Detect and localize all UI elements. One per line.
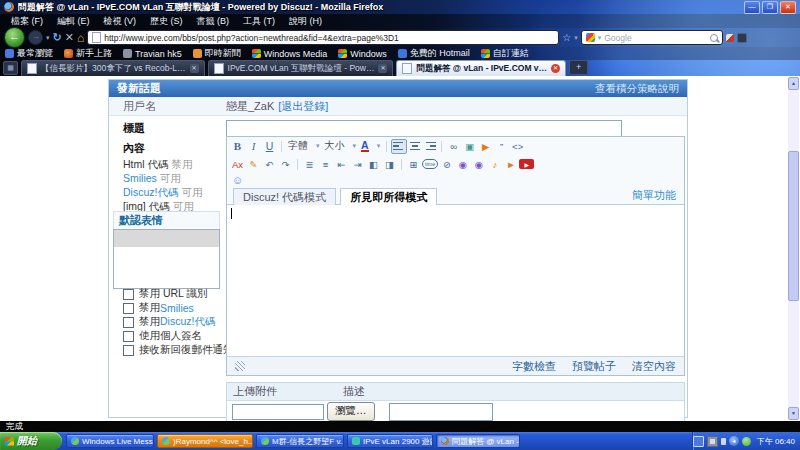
checkbox-icon[interactable]	[123, 317, 134, 328]
unordered-list-icon[interactable]: ≡	[318, 157, 333, 171]
logout-link[interactable]: [退出登錄]	[278, 99, 328, 114]
language-bar-icon[interactable]: ◂	[729, 436, 739, 446]
insert-media-icon[interactable]: ◉	[455, 157, 470, 171]
insert-time-icon[interactable]: time	[422, 159, 438, 169]
smiley-icon[interactable]: ☺	[230, 173, 245, 187]
option-use-signature[interactable]: 使用個人簽名	[123, 330, 202, 342]
ordered-list-icon[interactable]: ≣	[302, 157, 317, 171]
minimize-button[interactable]: —	[744, 1, 760, 14]
taskbar-button-firefox-active[interactable]: 問題解答 @ vLan - I...	[436, 434, 520, 448]
search-icon[interactable]	[710, 34, 718, 42]
device-icon[interactable]	[721, 438, 726, 445]
scrollbar-thumb[interactable]	[788, 151, 799, 301]
back-button[interactable]: ←	[4, 27, 25, 48]
checkbox-icon[interactable]	[123, 345, 134, 356]
option-disable-discuzcode[interactable]: 禁用 Discuz!代碼	[123, 316, 215, 328]
bookmark-most-visited[interactable]: 最常瀏覽	[5, 47, 53, 60]
insert-youtube-icon[interactable]: ▶	[519, 159, 534, 169]
insert-video-icon[interactable]: ►	[503, 157, 518, 171]
taskbar-button-messenger[interactable]: Windows Live Messen...	[66, 434, 154, 448]
list-tabs-button[interactable]: ▦	[3, 61, 18, 75]
option-disable-smilies[interactable]: 禁用 Smilies	[123, 302, 194, 314]
bookmark-hotmail[interactable]: 免費的 Hotmail	[398, 47, 470, 60]
menu-bookmarks[interactable]: 書籤 (B)	[190, 15, 237, 28]
insert-table-icon[interactable]: ⊞	[406, 157, 421, 171]
insert-flash-icon[interactable]: ▶	[478, 139, 493, 153]
tab-1[interactable]: 【信長影片】300拿下了 vs Recob-L… ✕	[21, 60, 205, 76]
smilies-listbox[interactable]	[113, 229, 220, 289]
menu-file[interactable]: 檔案 (F)	[4, 15, 50, 28]
checkbox-icon[interactable]	[123, 331, 134, 342]
simple-mode-link[interactable]: 簡單功能	[632, 188, 676, 203]
remove-format-icon[interactable]: Ax	[230, 157, 245, 171]
tab-discuz-code-mode[interactable]: Discuz! 代碼模式	[233, 188, 336, 205]
bookmark-windows-media[interactable]: Windows Media	[252, 49, 328, 59]
menu-view[interactable]: 檢視 (V)	[97, 15, 144, 28]
insert-quote-icon[interactable]: ”	[494, 139, 509, 153]
bookmark-getting-started[interactable]: 新手上路	[64, 47, 112, 60]
no-parse-icon[interactable]: ⊘	[439, 157, 454, 171]
restore-button[interactable]: ❐	[762, 1, 778, 14]
menu-history[interactable]: 歷史 (S)	[143, 15, 190, 28]
insert-media2-icon[interactable]: ◉	[471, 157, 486, 171]
message-textarea[interactable]	[227, 205, 684, 356]
description-input[interactable]	[389, 403, 493, 421]
bookmark-custom-links[interactable]: 自訂連結	[481, 47, 529, 60]
home-button[interactable]: ⌂	[77, 31, 84, 45]
search-input[interactable]: Google	[604, 33, 706, 43]
clear-content-link[interactable]: 清空內容	[632, 359, 676, 374]
italic-button[interactable]: I	[246, 139, 261, 153]
tab-wysiwyg-mode[interactable]: 所見即所得模式	[340, 188, 437, 205]
align-left-button[interactable]	[391, 139, 407, 154]
redo-icon[interactable]: ↷	[278, 157, 293, 171]
bookmark-travian[interactable]: Travian hk5	[123, 49, 182, 59]
search-engine-dropdown-icon[interactable]: ▾	[598, 34, 602, 42]
extension-icon[interactable]	[726, 34, 734, 42]
underline-button[interactable]: U	[262, 139, 277, 153]
smilies-category-header[interactable]: 默認表情	[113, 211, 220, 229]
taskbar-button-group-chat[interactable]: M群-信長之野望F v...	[256, 434, 344, 448]
forward-button[interactable]: →	[28, 30, 43, 45]
file-input[interactable]	[232, 404, 324, 420]
scroll-down-button[interactable]: ▼	[788, 407, 799, 420]
smilies-selected-row[interactable]	[114, 230, 219, 247]
taskbar-button-game[interactable]: IPvE vLan 2900 遊戲...	[347, 434, 433, 448]
url-text[interactable]: http://www.ipve.com/bbs/post.php?action=…	[104, 33, 399, 43]
taskbar-button-chat-alert[interactable]: )Raymond^^ <love_h...	[157, 434, 253, 448]
start-button[interactable]: 開始	[0, 432, 62, 450]
insert-code-icon[interactable]: <>	[510, 139, 525, 153]
credits-policy-link[interactable]: 查看積分策略說明	[595, 82, 679, 96]
subject-input[interactable]	[226, 120, 622, 137]
browse-button[interactable]: 瀏覽…	[327, 402, 375, 421]
stop-button[interactable]: ✕	[65, 31, 74, 44]
checkbox-icon[interactable]	[123, 289, 134, 300]
tab-close-icon[interactable]: ✕	[378, 64, 387, 73]
bookmark-news[interactable]: 即時新聞	[193, 47, 241, 60]
panel-icon[interactable]	[737, 33, 747, 43]
font-dropdown[interactable]: 字體▾	[286, 139, 322, 153]
menu-tools[interactable]: 工具 (T)	[236, 15, 282, 28]
align-center-button[interactable]	[408, 140, 422, 153]
checkbox-icon[interactable]	[123, 303, 134, 314]
url-bar[interactable]: http://www.ipve.com/bbs/post.php?action=…	[87, 30, 559, 45]
tab-close-icon[interactable]: ✕	[190, 64, 199, 73]
tab-2[interactable]: IPvE.COM vLan 互聯對戰論壇 - Pow… ✕	[208, 60, 394, 76]
resize-grip-icon[interactable]	[235, 361, 245, 371]
insert-link-icon[interactable]: ∞	[446, 139, 461, 153]
search-box[interactable]: ▾ Google	[581, 30, 723, 45]
tab-3-active[interactable]: 問題解答 @ vLan - IPvE.COM v… ✕	[396, 60, 566, 76]
float-right-icon[interactable]: ◨	[382, 157, 397, 171]
outdent-icon[interactable]: ⇤	[334, 157, 349, 171]
bookmark-star-icon[interactable]: ☆	[562, 32, 571, 43]
option-disable-url[interactable]: 禁用 URL 識別	[123, 288, 207, 300]
align-right-button[interactable]	[423, 140, 437, 153]
option-email-notify[interactable]: 接收新回復郵件通知	[123, 344, 234, 356]
tab-close-icon[interactable]: ✕	[551, 64, 560, 73]
preview-post-link[interactable]: 預覽帖子	[572, 359, 616, 374]
color-dropdown[interactable]: A▾	[359, 140, 382, 152]
display-icon[interactable]	[707, 436, 718, 447]
word-count-link[interactable]: 字數檢查	[512, 359, 556, 374]
history-dropdown-icon[interactable]: ▾	[46, 34, 50, 42]
paste-word-icon[interactable]: ✎	[246, 157, 261, 171]
undo-icon[interactable]: ↶	[262, 157, 277, 171]
